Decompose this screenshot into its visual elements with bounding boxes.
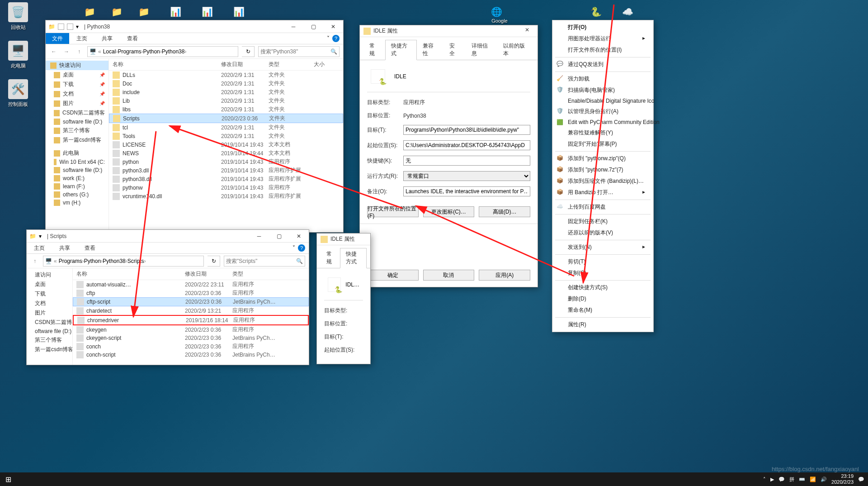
qat-btn[interactable] — [67, 24, 73, 30]
file-row[interactable]: include 2020/2/9 1:31 文件夹 — [109, 88, 343, 96]
context-menu-item[interactable]: 复制(C) — [552, 267, 653, 279]
context-menu-item[interactable]: 固定到"开始"屏幕(P) — [552, 138, 653, 150]
context-menu-item[interactable]: 📦 添加到 "pythonw.7z"(7) — [552, 164, 653, 176]
close-button[interactable]: ✕ — [323, 21, 343, 33]
context-menu-item[interactable]: 💬 通过QQ发送到 — [552, 59, 653, 70]
context-menu-item[interactable]: 兼容性疑难解答(Y) — [552, 127, 653, 138]
crumb[interactable]: Scripts — [127, 258, 144, 264]
context-menu-item[interactable]: ☁️ 上传到百度网盘 — [552, 201, 653, 213]
navigation-pane[interactable]: 速访问桌面下载文档图片CSDN第二篇博客oftware file (D:)第三个… — [27, 268, 73, 365]
ribbon-file-tab[interactable]: 文件 — [46, 33, 69, 44]
nav-item[interactable]: others (G:) — [46, 191, 108, 199]
startin-input[interactable] — [403, 140, 530, 150]
back-button[interactable]: ← — [49, 47, 58, 56]
file-row[interactable]: Doc 2020/2/9 1:31 文件夹 — [109, 79, 343, 88]
properties-tab[interactable]: 快捷方式 — [385, 40, 417, 60]
advanced-button[interactable]: 高级(D)… — [479, 206, 530, 217]
file-row[interactable]: python 2019/10/14 19:43 应用程序 — [109, 157, 343, 166]
desktop-shortcut[interactable]: 📊 — [167, 4, 184, 20]
context-menu-item[interactable]: 重命名(M) — [552, 305, 653, 316]
file-row[interactable]: Lib 2020/2/9 1:31 文件夹 — [109, 96, 343, 105]
context-menu-item[interactable]: 删除(D) — [552, 293, 653, 305]
desktop-shortcut[interactable]: 📁 — [81, 4, 98, 20]
desktop-shortcut[interactable]: 📁 — [136, 4, 152, 20]
desktop-shortcut[interactable]: 🖥️ 此电脑 — [5, 41, 32, 69]
target-input[interactable] — [403, 125, 530, 135]
crumb[interactable]: Programs — [59, 258, 82, 264]
file-row[interactable]: ckeygen-script 2020/2/23 0:36 JetBrains … — [73, 334, 309, 342]
crumb[interactable]: Python38 — [162, 48, 185, 55]
search-input[interactable] — [226, 258, 296, 264]
context-menu-item[interactable]: 发送到(N) ▸ — [552, 242, 653, 253]
qat-chevron-icon[interactable]: ▾ — [76, 24, 79, 30]
context-menu-item[interactable]: 还原以前的版本(V) — [552, 227, 653, 238]
close-button[interactable]: ✕ — [289, 230, 309, 242]
context-menu-item[interactable]: 打开文件所在的位置(I) — [552, 44, 653, 56]
nav-item[interactable]: 下载 📌 — [46, 80, 108, 89]
file-row[interactable]: LICENSE 2019/10/14 19:43 文本文档 — [109, 140, 343, 149]
minimize-button[interactable]: ─ — [249, 230, 269, 242]
file-row[interactable]: automat-visualiz… 2020/2/22 23:11 应用程序 — [73, 280, 309, 289]
search-icon[interactable]: 🔍 — [296, 258, 303, 264]
ribbon-home-tab[interactable]: 主页 — [69, 33, 94, 44]
start-button[interactable]: ⊞ — [0, 472, 16, 486]
nav-item[interactable]: 桌面 — [27, 280, 72, 289]
file-row[interactable]: libs 2020/2/9 1:31 文件夹 — [109, 105, 343, 114]
properties-tab[interactable]: 兼容性 — [417, 40, 443, 60]
context-menu-item[interactable]: 打开(O) — [552, 22, 653, 33]
desktop-shortcut[interactable]: 📁 — [108, 4, 125, 20]
properties-tab[interactable]: 安全 — [443, 40, 465, 60]
desktop-shortcut[interactable]: 📊 — [199, 4, 215, 20]
context-menu-item[interactable]: 📦 用 Bandizip 打开… ▸ — [552, 187, 653, 198]
run-select[interactable]: 常规窗口 — [403, 171, 530, 181]
file-row[interactable]: DLLs 2020/2/9 1:31 文件夹 — [109, 71, 343, 79]
qat-btn[interactable] — [58, 24, 64, 30]
change-icon-button[interactable]: 更改图标(C)… — [423, 206, 475, 217]
ribbon-view-tab[interactable]: 查看 — [120, 33, 145, 44]
maximize-button[interactable]: ▢ — [269, 230, 289, 242]
context-menu-item[interactable]: 剪切(T) — [552, 256, 653, 267]
dialog-titlebar[interactable]: IDLE 属性 ✕ — [360, 25, 538, 37]
nav-item[interactable]: 此电脑 — [46, 148, 108, 158]
nav-item[interactable]: 下载 — [27, 289, 72, 299]
nav-item[interactable]: 快速访问 — [46, 61, 108, 70]
nav-item[interactable]: oftware file (D:) — [27, 327, 72, 335]
shortcutkey-input[interactable] — [403, 156, 530, 166]
titlebar[interactable]: 📁▾ | Scripts ─ ▢ ✕ — [27, 230, 309, 243]
file-row[interactable]: chromedriver 2019/12/16 18:14 应用程序 — [73, 315, 309, 325]
context-menu-item[interactable]: 用图形处理器运行 ▸ — [552, 33, 653, 44]
file-list[interactable]: automat-visualiz… 2020/2/22 23:11 应用程序 c… — [73, 280, 309, 365]
nav-item[interactable]: software file (D:) — [46, 166, 108, 174]
file-row[interactable]: chardetect 2020/2/9 13:21 应用程序 — [73, 306, 309, 315]
context-menu-item[interactable]: 📦 添加到压缩文件 (Bandizip)(L)… — [552, 176, 653, 187]
tray-ime-icon[interactable]: 拼 — [789, 476, 794, 483]
nav-item[interactable]: learn (F:) — [46, 182, 108, 191]
refresh-button[interactable]: ↻ — [208, 256, 220, 267]
crumb[interactable]: Programs — [118, 48, 141, 55]
nav-item[interactable]: work (E:) — [46, 174, 108, 182]
tray-icon[interactable]: 💬 — [778, 476, 785, 482]
search-input[interactable] — [260, 48, 330, 55]
comment-input[interactable] — [403, 186, 530, 196]
nav-item[interactable]: CSDN第二篇博客 — [46, 108, 108, 118]
system-tray[interactable]: ˄ ▶ 💬 拼 ⌨️ 📶 🔊 23:19 2020/2/23 💬 — [763, 473, 868, 485]
maximize-button[interactable]: ▢ — [303, 21, 323, 33]
context-menu-item[interactable]: 属性(R) — [552, 319, 653, 330]
desktop-shortcut[interactable]: 🌐 — [488, 4, 505, 20]
file-row[interactable]: cftp-script 2020/2/23 0:36 JetBrains PyC… — [73, 297, 309, 306]
nav-item[interactable]: 速访问 — [27, 270, 72, 280]
ribbon-help[interactable]: ˅ ? — [323, 33, 343, 44]
context-menu-item[interactable]: 🟩 Edit with PyCharm Community Edition — [552, 117, 653, 127]
properties-tab[interactable]: 以前的版本 — [497, 40, 534, 60]
file-row[interactable]: NEWS 2019/10/14 19:44 文本文档 — [109, 149, 343, 157]
search-box[interactable]: 🔍 — [258, 46, 340, 57]
file-list[interactable]: DLLs 2020/2/9 1:31 文件夹 Doc 2020/2/9 1:31… — [109, 71, 343, 232]
crumb[interactable]: Python38 — [103, 258, 126, 264]
cancel-button[interactable]: 取消 — [423, 270, 475, 281]
tray-network-icon[interactable]: 📶 — [810, 476, 816, 482]
open-file-location-button[interactable]: 打开文件所在的位置(F) — [367, 206, 419, 217]
ribbon-view-tab[interactable]: 查看 — [77, 243, 103, 253]
nav-item[interactable]: 桌面 📌 — [46, 70, 108, 80]
titlebar[interactable]: 📁 ▾ | Python38 ─ ▢ ✕ — [46, 20, 343, 33]
nav-item[interactable]: 文档 📌 — [46, 89, 108, 99]
